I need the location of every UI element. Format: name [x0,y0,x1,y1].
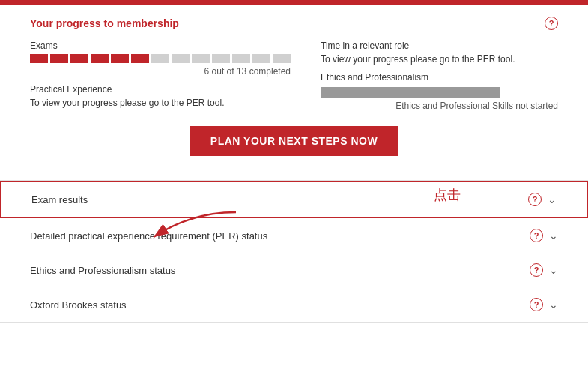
exams-count: 6 out of 13 completed [30,66,291,76]
accordion-chevron-icon: ⌄ [548,194,557,206]
practical-label: Practical Experience [30,84,291,94]
exam-bar-segment [131,54,149,63]
exam-bar-segment [70,54,88,63]
exams-bar-wrapper [30,54,291,63]
accordion-item-right: ?⌄ [528,193,557,206]
ethics-label: Ethics and Professionalism [321,72,558,82]
exams-label: Exams [30,40,291,51]
accordion-item[interactable]: Detailed practical experience requiremen… [0,218,588,253]
arrow-svg [146,208,243,250]
accordion-help-icon[interactable]: ? [530,229,543,242]
exam-bar-segment [212,54,230,63]
accordion-chevron-icon: ⌄ [549,298,558,310]
accordion-help-icon[interactable]: ? [530,263,543,277]
practical-sub: To view your progress please go to the P… [30,98,291,108]
accordion-help-icon[interactable]: ? [528,193,542,206]
click-annotation: 点击 [434,186,461,204]
accordion-chevron-icon: ⌄ [549,264,558,276]
main-container: Your progress to membership ? Exams 6 ou… [0,4,588,180]
accordion-item-label: Oxford Brookes status [30,299,127,310]
accordion-item-right: ?⌄ [530,229,558,242]
accordion-item[interactable]: Ethics and Professionalism status?⌄ [0,253,588,287]
accordion-item-right: ?⌄ [530,298,558,311]
accordion-chevron-icon: ⌄ [549,230,558,242]
accordion-item[interactable]: Oxford Brookes status?⌄ [0,287,588,322]
accordion-item[interactable]: Exam results?⌄ [0,181,588,218]
accordion-section: Exam results?⌄Detailed practical experie… [0,181,588,322]
exam-bar-segment [232,54,250,63]
exam-bar-segment [172,54,190,63]
exam-bar-segment [111,54,129,63]
progress-grid: Exams 6 out of 13 completed Practical Ex… [30,40,558,111]
exam-bar-segment [151,54,169,63]
exam-bar-segment [252,54,270,63]
annotation-container: 点击 [434,186,461,204]
ethics-section: Ethics and Professionalism Ethics and Pr… [321,72,558,111]
exam-bar-segment [30,54,48,63]
exam-bar-segment [192,54,210,63]
practical-section: Practical Experience To view your progre… [30,84,291,108]
progress-title: Your progress to membership [30,17,179,29]
plan-next-steps-button[interactable]: PLAN YOUR NEXT STEPS NOW [190,126,398,156]
progress-help-icon[interactable]: ? [545,16,558,30]
section-header: Your progress to membership ? [30,16,558,30]
accordion-item-right: ?⌄ [530,263,558,277]
time-role-label: Time in a relevant role [321,40,558,51]
exam-bar-segment [91,54,109,63]
arrow-annotation [146,208,243,253]
right-column: Time in a relevant role To view your pro… [321,40,558,111]
ethics-not-started: Ethics and Professional Skills not start… [321,100,558,111]
exams-section: Exams 6 out of 13 completed Practical Ex… [30,40,291,111]
plan-button-container: PLAN YOUR NEXT STEPS NOW [30,126,558,156]
exam-bar-segment [50,54,68,63]
accordion-item-label: Ethics and Professionalism status [30,265,175,276]
time-role-sub: To view your progress please go to the P… [321,54,558,64]
accordion-item-label: Exam results [31,194,88,206]
exam-bar-segment [273,54,291,63]
exams-bar-container [30,54,291,63]
ethics-bar [321,87,500,98]
accordion-help-icon[interactable]: ? [530,298,543,311]
